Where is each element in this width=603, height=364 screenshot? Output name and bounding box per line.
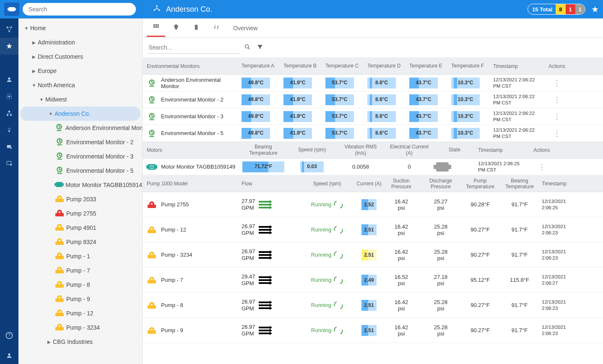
rail-star-icon[interactable]: ★	[0, 38, 18, 55]
chevron-right-icon: ▶	[30, 40, 38, 45]
discharge-cell: 25.28psi	[421, 247, 460, 263]
tab-grid-icon[interactable]	[147, 19, 165, 37]
tree-anderson-co[interactable]: ▼ Anderson Co.	[20, 107, 140, 121]
tree-device-item[interactable]: Environmental Monitor - 2	[18, 135, 142, 149]
col-header: Timestamp	[491, 62, 544, 71]
tree-device-item[interactable]: Pump 4901	[18, 221, 142, 235]
speed-cell: Running	[298, 199, 356, 210]
tree-device-item[interactable]: Pump - 1	[18, 249, 142, 263]
tree-label: Pump - 12	[66, 310, 94, 317]
tree-label: CBG Industries	[53, 338, 93, 345]
tree-device-item[interactable]: Environmental Monitor - 5	[18, 164, 142, 178]
metric-cell: 53.7°C	[323, 93, 365, 107]
state-cell	[434, 161, 476, 173]
tree-administration[interactable]: ▶ Administration	[18, 35, 142, 49]
row-menu-icon[interactable]: ⋮	[553, 112, 561, 121]
suction-cell: 16.42psi	[382, 322, 421, 338]
svg-rect-66	[157, 24, 159, 26]
pump-header: Pump 1000 Model Flow Speed (rpm) Current…	[143, 175, 603, 192]
tree-device-item[interactable]: Pump - 3234	[18, 320, 142, 335]
tree-device-item[interactable]: Environmental Monitor - 3	[18, 149, 142, 164]
pump-row[interactable]: Pump - 3234 26.97GPM Running 2.51 16.42p…	[143, 242, 603, 268]
col-header: Temperature C	[323, 61, 365, 70]
rail-device-gear-icon[interactable]	[0, 138, 18, 155]
tree-label: Direct Customers	[38, 53, 83, 60]
rail-account-icon[interactable]	[0, 347, 18, 364]
pump-row[interactable]: Pump - 12 26.97GPM Running 2.51 16.42psi…	[143, 217, 603, 242]
tree-device-item[interactable]: Pump - 8	[18, 278, 142, 292]
col-header: Suction Pressure	[382, 176, 421, 191]
row-menu-icon[interactable]: ⋮	[553, 96, 561, 104]
env-row[interactable]: Environmental Monitor - 3 49.8°C41.9°C53…	[143, 108, 603, 125]
svg-rect-68	[156, 26, 157, 27]
bearing-temp-cell: 91.7°F	[500, 200, 539, 209]
env-row[interactable]: Anderson Environmental Monitor 49.8°C41.…	[143, 75, 603, 91]
current-cell: 2.51	[356, 325, 382, 336]
rail-gear-icon[interactable]	[0, 88, 18, 105]
tab-overview[interactable]: Overview	[227, 21, 263, 36]
timestamp-cell: 12/13/2021 2:06:22 PM CST	[491, 75, 544, 91]
pump-row[interactable]: Pump - 8 26.97GPM Running 2.51 16.42psi …	[143, 293, 603, 318]
rail-download-icon[interactable]	[0, 55, 18, 71]
alarm-summary[interactable]: 15 Total 8 1 1	[528, 4, 585, 15]
row-menu-icon[interactable]: ⋮	[553, 79, 561, 87]
rail-user-icon[interactable]	[0, 71, 18, 88]
env-row[interactable]: Environmental Monitor - 5 49.8°C41.9°C53…	[143, 125, 603, 142]
tree-device-item[interactable]: Pump 8324	[18, 235, 142, 249]
metric-cell: 0.03	[288, 160, 336, 174]
pump-row[interactable]: Pump - 9 26.97GPM Running 2.51 16.42psi …	[143, 318, 603, 343]
tree-home[interactable]: ▼ Home	[18, 21, 142, 35]
rail-monitor-gear-icon[interactable]	[0, 155, 18, 172]
motor-row[interactable]: Motor Monitor TAGBB1059149 71.72°F 0.03 …	[143, 159, 603, 175]
row-menu-icon[interactable]: ⋮	[553, 129, 561, 138]
tree-direct-customers[interactable]: ▶ Direct Customers	[18, 49, 142, 64]
device-icon	[55, 195, 65, 204]
timestamp-cell: 12/13/2021 2:06:25	[539, 197, 579, 213]
rail-hierarchy-icon[interactable]	[0, 105, 18, 122]
favorite-star-icon[interactable]: ★	[591, 4, 599, 14]
tree-device-item[interactable]: Pump - 9	[18, 292, 142, 306]
tab-location-icon[interactable]	[167, 20, 185, 36]
svg-rect-65	[156, 24, 157, 26]
running-icon	[333, 300, 344, 311]
metric-cell: 49.8°C	[239, 93, 281, 107]
col-header: Vibration RMS (in/s)	[336, 142, 385, 158]
tree-device-item[interactable]: Pump 2755	[18, 206, 142, 221]
tree-label: Midwest	[45, 96, 67, 103]
tree-device-item[interactable]: Pump 2033	[18, 192, 142, 206]
tree-device-item[interactable]: Anderson Environmental Monitor	[18, 121, 142, 135]
logo-icon[interactable]	[4, 3, 19, 16]
svg-point-51	[59, 268, 60, 270]
rail-network-icon[interactable]	[0, 21, 18, 38]
tab-device-icon[interactable]	[187, 20, 205, 36]
suction-cell: 16.42psi	[382, 197, 421, 213]
tree-device-item[interactable]: Motor Monitor TAGBB1059149	[18, 178, 142, 192]
tab-bar: Overview	[143, 18, 603, 38]
pump-row[interactable]: Pump - 7 29.47GPM Running 2.49 16.52psi …	[143, 268, 603, 293]
tree-device-item[interactable]: Pump - 7	[18, 263, 142, 278]
tree-midwest[interactable]: ▼ Midwest	[18, 92, 142, 107]
svg-rect-32	[55, 183, 56, 186]
env-row[interactable]: Environmental Monitor - 2 49.8°C41.9°C53…	[143, 91, 603, 108]
chevron-right-icon: ▶	[30, 69, 38, 73]
tab-swap-icon[interactable]	[207, 20, 226, 36]
pump-row[interactable]: Pump 2755 27.97GPM Running 2.52 16.42psi…	[143, 192, 603, 217]
col-header: Actions	[544, 63, 569, 69]
tree-cbg-industries[interactable]: ▶ CBG Industries	[18, 335, 142, 349]
search-icon[interactable]	[244, 44, 251, 52]
tree-label: Environmental Monitor - 2	[66, 139, 133, 146]
svg-rect-70	[195, 25, 198, 30]
alarm-yellow-count: 8	[556, 4, 565, 14]
row-name: Anderson Environmental Monitor	[161, 77, 239, 89]
rail-wireless-gear-icon[interactable]	[0, 122, 18, 138]
row-menu-icon[interactable]: ⋮	[538, 163, 546, 171]
tree-device-item[interactable]: Pump - 12	[18, 306, 142, 320]
filter-icon[interactable]	[257, 44, 263, 52]
svg-point-19	[10, 164, 12, 166]
filter-search-input[interactable]	[148, 42, 240, 54]
tree-north-america[interactable]: ▼ North America	[18, 78, 142, 92]
rail-help-icon[interactable]: ?	[0, 327, 18, 344]
tree-europe[interactable]: ▶ Europe	[18, 64, 142, 78]
global-search-input[interactable]	[23, 3, 136, 16]
metric-cell: 8.6°C	[365, 109, 407, 124]
